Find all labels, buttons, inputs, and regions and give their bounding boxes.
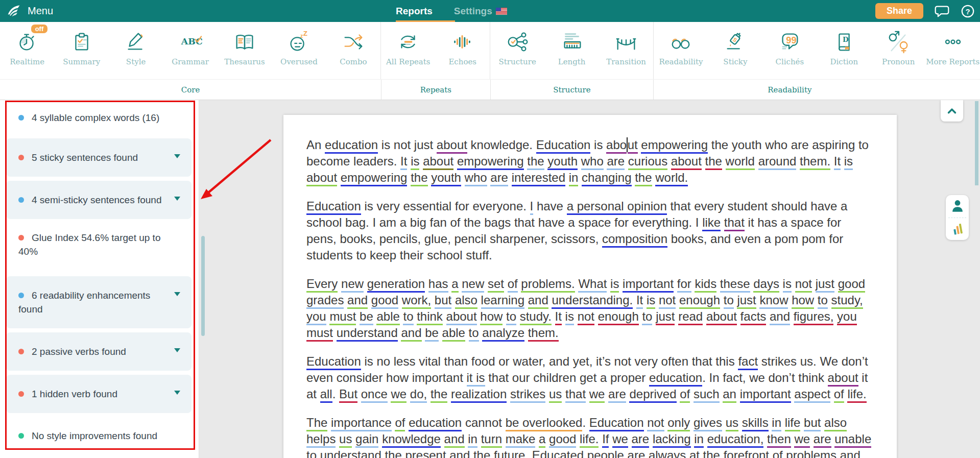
highlighted-word[interactable]: do,	[410, 387, 427, 403]
highlighted-word[interactable]: aspect	[794, 387, 830, 403]
highlighted-word[interactable]: and	[449, 448, 470, 458]
toolbar-item-clich-s[interactable]: 99Clichés	[762, 22, 817, 79]
highlighted-word[interactable]: not	[659, 293, 676, 309]
highlighted-word[interactable]: understanding.	[552, 293, 633, 309]
highlighted-word[interactable]: ut	[628, 138, 638, 154]
highlighted-word[interactable]: and	[770, 309, 790, 325]
share-button[interactable]: Share	[875, 3, 923, 19]
highlighted-word[interactable]: to	[469, 326, 479, 342]
highlighted-word[interactable]: a personal opinion	[567, 199, 667, 215]
finding-4-syllable-complex-words-16[interactable]: 4 syllable complex words (16)	[6, 103, 192, 132]
highlighted-word[interactable]: not	[578, 309, 594, 325]
highlighted-word[interactable]: composition	[602, 232, 667, 248]
highlighted-word[interactable]: we	[589, 387, 605, 403]
highlighted-word[interactable]: them.	[528, 326, 559, 342]
highlighted-word[interactable]: you	[306, 309, 326, 325]
highlighted-word[interactable]: are	[490, 171, 508, 186]
highlighted-word[interactable]: life	[785, 416, 801, 431]
highlighted-word[interactable]: them.	[800, 154, 830, 170]
prowritingaid-logo-icon[interactable]	[6, 4, 21, 19]
highlighted-word[interactable]: If	[602, 432, 609, 448]
highlighted-word[interactable]: an	[723, 387, 736, 403]
highlighted-word[interactable]: read	[678, 309, 703, 325]
highlighted-word[interactable]: to	[506, 309, 516, 325]
highlighted-word[interactable]: also	[455, 293, 477, 309]
highlighted-word[interactable]: lacking	[653, 432, 691, 448]
highlighted-word[interactable]: education	[649, 371, 702, 387]
highlighted-word[interactable]: work,	[402, 293, 431, 309]
toolbar-item-readability[interactable]: Readability	[653, 22, 708, 79]
tab-reports[interactable]: Reports	[396, 6, 433, 17]
highlighted-word[interactable]: life.	[847, 387, 866, 403]
highlighted-word[interactable]: around	[758, 154, 797, 170]
finding-6-readability-enhancements-found[interactable]: 6 readability enhancements found	[6, 276, 192, 328]
highlighted-word[interactable]: us	[339, 432, 352, 448]
highlighted-word[interactable]: in	[468, 432, 477, 448]
toolbar-item-more-reports[interactable]: More Reports	[925, 22, 979, 79]
highlighted-word[interactable]: realization	[451, 387, 507, 403]
highlighted-word[interactable]: gives	[694, 416, 722, 431]
highlighted-word[interactable]: be	[360, 309, 373, 325]
highlighted-word[interactable]: must	[329, 309, 356, 325]
highlighted-word[interactable]: What	[578, 277, 607, 293]
highlighted-word[interactable]: who	[581, 154, 604, 170]
highlighted-word[interactable]: to	[306, 448, 317, 458]
highlighted-word[interactable]: importance	[331, 416, 392, 431]
highlighted-word[interactable]: know	[759, 293, 788, 309]
profile-button[interactable]	[946, 195, 969, 218]
finding-2-passive-verbs-found[interactable]: 2 passive verbs found	[6, 332, 192, 371]
highlighted-word[interactable]: how	[792, 293, 814, 309]
highlighted-word[interactable]: to	[403, 309, 413, 325]
highlighted-word[interactable]: like	[702, 215, 721, 231]
highlighted-word[interactable]: are	[814, 432, 831, 448]
highlighted-word[interactable]: that	[565, 387, 586, 403]
highlighted-word[interactable]: grades	[306, 293, 344, 309]
highlighted-word[interactable]: the	[385, 448, 401, 458]
highlighted-word[interactable]: the	[635, 171, 652, 186]
highlighted-word[interactable]: I	[530, 199, 534, 215]
highlighted-word[interactable]: youth	[547, 154, 578, 170]
toolbar-item-thesaurus[interactable]: Thesaurus	[218, 22, 272, 79]
highlighted-word[interactable]: The	[306, 416, 327, 431]
highlighted-word[interactable]: is	[647, 293, 655, 309]
help-icon[interactable]: ?	[961, 4, 975, 18]
highlighted-word[interactable]: empowering	[341, 171, 408, 186]
highlighted-word[interactable]: new	[462, 277, 484, 293]
highlighted-word[interactable]: such	[694, 387, 720, 403]
finding-1-hidden-verb-found[interactable]: 1 hidden verb found	[6, 375, 192, 413]
highlighted-word[interactable]: generation	[367, 277, 425, 293]
highlighted-word[interactable]: enough	[598, 309, 639, 325]
highlighted-word[interactable]: Education	[306, 199, 361, 215]
highlighted-word[interactable]: who	[465, 171, 487, 186]
highlighted-word[interactable]: about	[706, 309, 737, 325]
toolbar-item-sticky[interactable]: SSticky	[708, 22, 762, 79]
highlighted-word[interactable]: interested	[512, 171, 565, 186]
chat-icon[interactable]	[935, 5, 949, 18]
highlighted-word[interactable]: turn	[481, 432, 502, 448]
chevron-down-icon[interactable]	[174, 391, 180, 395]
finding-4-semi-sticky-sentences-found[interactable]: 4 semi-sticky sentences found	[6, 181, 192, 219]
highlighted-word[interactable]: Education	[536, 138, 591, 154]
highlighted-word[interactable]: the	[473, 448, 490, 458]
finding-5-sticky-sentences-found[interactable]: 5 sticky sentences found	[6, 138, 192, 177]
highlighted-word[interactable]: It	[636, 293, 643, 309]
highlighted-word[interactable]: empowering	[457, 154, 524, 170]
highlighted-word[interactable]: not	[647, 416, 664, 431]
highlighted-word[interactable]: curious	[628, 154, 667, 170]
toolbar-item-grammar[interactable]: ABCGrammar	[163, 22, 217, 79]
toolbar-item-diction[interactable]: DDiction	[817, 22, 871, 79]
highlighted-word[interactable]: abo	[606, 138, 627, 154]
highlighted-word[interactable]: world.	[655, 171, 688, 186]
highlighted-word[interactable]: kids	[695, 277, 716, 293]
highlighted-word[interactable]: about	[671, 154, 702, 170]
highlighted-word[interactable]: are	[608, 387, 626, 403]
finding-glue-index-54-6-target-up-to-40[interactable]: Glue Index 54.6% target up to 40%	[6, 223, 192, 266]
highlighted-word[interactable]: youth	[431, 171, 461, 186]
highlighted-word[interactable]: are	[632, 432, 650, 448]
highlighted-word[interactable]: you	[837, 309, 857, 325]
highlighted-word[interactable]: life.	[580, 432, 599, 448]
highlighted-word[interactable]: how	[480, 309, 503, 325]
highlighted-word[interactable]: has	[428, 277, 448, 293]
highlighted-word[interactable]: fact	[738, 354, 758, 370]
highlighted-word[interactable]: is	[565, 309, 574, 325]
